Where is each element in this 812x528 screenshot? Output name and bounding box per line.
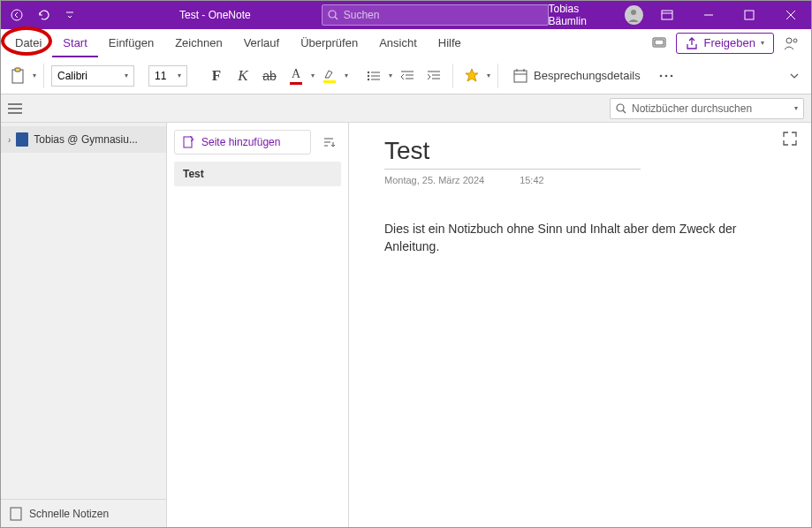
subbar: Notizbücher durchsuchen ▾ bbox=[1, 94, 811, 123]
ribbon-tabs: Datei Start Einfügen Zeichnen Verlauf Üb… bbox=[1, 29, 811, 57]
add-page-icon bbox=[182, 136, 194, 148]
minimize-icon[interactable] bbox=[692, 1, 726, 29]
add-page-button[interactable]: Seite hinzufügen bbox=[174, 130, 311, 155]
tab-hilfe[interactable]: Hilfe bbox=[428, 29, 472, 57]
svg-rect-4 bbox=[662, 11, 672, 19]
tab-start[interactable]: Start bbox=[52, 29, 97, 57]
tag-dropdown-icon[interactable]: ▾ bbox=[487, 72, 490, 79]
calendar-icon bbox=[512, 68, 528, 84]
user-name[interactable]: Tobias Bäumlin bbox=[549, 3, 618, 27]
paste-dropdown-icon[interactable]: ▾ bbox=[33, 72, 36, 79]
hamburger-icon[interactable] bbox=[8, 103, 26, 114]
main: › Tobias @ Gymnasiu... Schnelle Notizen … bbox=[1, 123, 811, 527]
strikethrough-button[interactable]: ab bbox=[258, 63, 281, 89]
notebook-icon bbox=[16, 132, 28, 147]
search-notebooks-input[interactable]: Notizbücher durchsuchen ▾ bbox=[610, 98, 804, 119]
font-color-button[interactable]: A bbox=[285, 63, 307, 89]
svg-point-20 bbox=[368, 78, 369, 79]
paste-button[interactable] bbox=[6, 63, 29, 89]
notebook-column: › Tobias @ Gymnasiu... Schnelle Notizen bbox=[1, 123, 167, 527]
svg-point-1 bbox=[329, 11, 336, 18]
back-icon[interactable] bbox=[4, 3, 29, 27]
svg-point-12 bbox=[786, 38, 792, 43]
tab-verlauf[interactable]: Verlauf bbox=[233, 29, 290, 57]
undo-icon[interactable] bbox=[31, 3, 56, 27]
svg-point-38 bbox=[617, 104, 624, 111]
svg-rect-28 bbox=[514, 71, 527, 82]
bullets-button[interactable] bbox=[362, 63, 385, 89]
tab-ueberpruefen[interactable]: Überprüfen bbox=[290, 29, 368, 57]
font-name-select[interactable]: Calibri▾ bbox=[51, 65, 134, 87]
svg-point-3 bbox=[631, 10, 636, 15]
share-button[interactable]: Freigeben ▾ bbox=[676, 33, 774, 54]
pages-column: Seite hinzufügen Test bbox=[167, 123, 349, 527]
expand-icon[interactable] bbox=[783, 132, 797, 146]
page-icon bbox=[10, 507, 22, 521]
maximize-icon[interactable] bbox=[732, 1, 767, 29]
window-title: Test - OneNote bbox=[179, 9, 251, 21]
ribbon-toolbar: ▾ Calibri▾ 11▾ F K ab A ▾ ▾ ▾ ▾ Besprech… bbox=[1, 57, 811, 94]
note-canvas[interactable]: Test Montag, 25. März 2024 15:42 Dies is… bbox=[349, 123, 811, 527]
chevron-right-icon: › bbox=[8, 135, 11, 145]
search-icon bbox=[328, 10, 338, 20]
note-time: 15:42 bbox=[520, 175, 544, 185]
svg-rect-40 bbox=[11, 508, 21, 520]
comments-icon[interactable] bbox=[648, 30, 671, 57]
tag-button[interactable] bbox=[460, 63, 483, 89]
svg-line-39 bbox=[623, 110, 626, 113]
search-placeholder: Suchen bbox=[344, 9, 380, 21]
svg-rect-7 bbox=[745, 11, 754, 19]
collapse-ribbon-icon[interactable] bbox=[783, 63, 806, 89]
notebook-label: Tobias @ Gymnasiu... bbox=[34, 133, 138, 146]
sort-pages-icon[interactable] bbox=[316, 130, 341, 155]
qat-customize-icon[interactable] bbox=[57, 3, 82, 27]
svg-point-13 bbox=[793, 39, 797, 42]
search-box[interactable]: Suchen bbox=[322, 4, 549, 26]
note-title[interactable]: Test bbox=[384, 137, 776, 169]
title-underline bbox=[384, 169, 641, 170]
search-icon bbox=[616, 103, 626, 114]
avatar[interactable] bbox=[625, 5, 643, 25]
note-meta: Montag, 25. März 2024 15:42 bbox=[384, 175, 776, 185]
close-icon[interactable] bbox=[774, 1, 808, 29]
svg-point-16 bbox=[368, 71, 369, 72]
note-date: Montag, 25. März 2024 bbox=[384, 175, 484, 185]
note-body[interactable]: Dies ist ein Notizbuch ohne Sinn und Inh… bbox=[384, 221, 755, 255]
tab-datei[interactable]: Datei bbox=[4, 29, 52, 57]
svg-point-34 bbox=[670, 74, 672, 77]
titlebar: Test - OneNote Suchen Tobias Bäumlin bbox=[1, 1, 811, 29]
bullets-dropdown-icon[interactable]: ▾ bbox=[389, 72, 392, 79]
svg-point-33 bbox=[664, 74, 667, 77]
notebook-item[interactable]: › Tobias @ Gymnasiu... bbox=[1, 126, 166, 153]
indent-button[interactable] bbox=[422, 63, 445, 89]
outdent-button[interactable] bbox=[396, 63, 419, 89]
highlight-dropdown-icon[interactable]: ▾ bbox=[345, 72, 348, 79]
more-commands-icon[interactable] bbox=[655, 63, 678, 89]
quick-notes-button[interactable]: Schnelle Notizen bbox=[1, 499, 166, 527]
svg-line-2 bbox=[335, 17, 338, 19]
share-icon bbox=[686, 37, 698, 49]
font-color-dropdown-icon[interactable]: ▾ bbox=[311, 72, 315, 79]
ribbon-display-icon[interactable] bbox=[650, 1, 685, 29]
svg-rect-11 bbox=[655, 40, 664, 45]
svg-rect-15 bbox=[15, 68, 20, 72]
tab-ansicht[interactable]: Ansicht bbox=[368, 29, 428, 57]
highlight-button[interactable] bbox=[318, 63, 341, 89]
chevron-down-icon[interactable]: ▾ bbox=[794, 104, 798, 112]
svg-rect-41 bbox=[184, 137, 192, 147]
page-item[interactable]: Test bbox=[174, 162, 341, 186]
coauthor-icon[interactable] bbox=[779, 30, 802, 57]
svg-point-18 bbox=[368, 74, 369, 76]
tab-zeichnen[interactable]: Zeichnen bbox=[164, 29, 232, 57]
font-size-select[interactable]: 11▾ bbox=[148, 65, 187, 87]
bold-button[interactable]: F bbox=[205, 63, 228, 89]
meeting-details-button[interactable]: Besprechungsdetails bbox=[505, 63, 648, 89]
svg-point-32 bbox=[659, 74, 662, 77]
italic-button[interactable]: K bbox=[231, 63, 254, 89]
svg-point-0 bbox=[11, 10, 22, 20]
tab-einfuegen[interactable]: Einfügen bbox=[98, 29, 164, 57]
